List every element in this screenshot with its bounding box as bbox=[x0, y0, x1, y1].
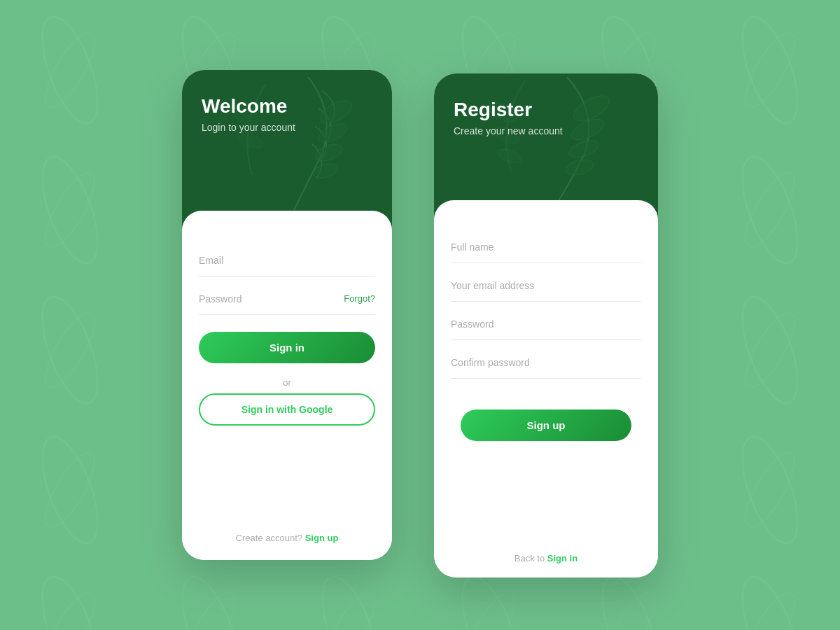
reg-password-field-wrap bbox=[451, 313, 641, 340]
confirm-password-field-wrap bbox=[451, 351, 641, 379]
reg-email-input[interactable] bbox=[451, 274, 641, 294]
or-divider: or bbox=[199, 377, 375, 388]
login-card: Welcome Login to your account Forgot? Si… bbox=[182, 70, 392, 560]
login-header-curve bbox=[182, 211, 392, 238]
fullname-input[interactable] bbox=[451, 236, 641, 255]
register-header-curve bbox=[434, 200, 658, 227]
create-account-text: Create account? bbox=[236, 533, 302, 543]
back-signin-link[interactable]: Sign in bbox=[547, 553, 578, 564]
back-text: Back to bbox=[514, 553, 545, 564]
svg-point-9 bbox=[564, 157, 595, 178]
email-input[interactable] bbox=[199, 249, 375, 269]
register-card: Register Create your new account Sign up… bbox=[434, 74, 658, 578]
register-header-content: Register Create your new account bbox=[434, 74, 658, 153]
confirm-password-input[interactable] bbox=[451, 351, 641, 371]
google-signin-button[interactable]: Sign in with Google bbox=[199, 393, 375, 426]
reg-password-input[interactable] bbox=[451, 313, 641, 332]
signin-button[interactable]: Sign in bbox=[199, 332, 375, 363]
register-title: Register bbox=[454, 99, 638, 121]
signup-link[interactable]: Sign up bbox=[305, 533, 339, 543]
back-to-signin-wrap: Back to Sign in bbox=[451, 542, 641, 564]
login-body: Forgot? Sign in or Sign in with Google C… bbox=[182, 238, 392, 560]
reg-email-field-wrap bbox=[451, 274, 641, 302]
password-field-wrap: Forgot? bbox=[199, 288, 375, 315]
forgot-link[interactable]: Forgot? bbox=[344, 293, 375, 304]
signup-btn-wrap: Sign up bbox=[451, 410, 641, 441]
register-header: Register Create your new account bbox=[434, 74, 658, 227]
create-account-link-wrap: Create account? Sign up bbox=[199, 522, 375, 543]
login-header: Welcome Login to your account bbox=[182, 70, 392, 238]
fullname-field-wrap bbox=[451, 236, 641, 263]
login-title: Welcome bbox=[202, 95, 372, 118]
login-header-content: Welcome Login to your account bbox=[182, 70, 392, 150]
svg-point-3 bbox=[312, 162, 339, 181]
login-subtitle: Login to your account bbox=[202, 122, 372, 133]
signup-button[interactable]: Sign up bbox=[461, 410, 632, 441]
email-field-wrap bbox=[199, 249, 375, 276]
login-fields: Forgot? bbox=[199, 249, 375, 318]
register-fields bbox=[451, 236, 641, 390]
register-body: Sign up Back to Sign in bbox=[434, 227, 658, 578]
register-subtitle: Create your new account bbox=[454, 125, 638, 136]
